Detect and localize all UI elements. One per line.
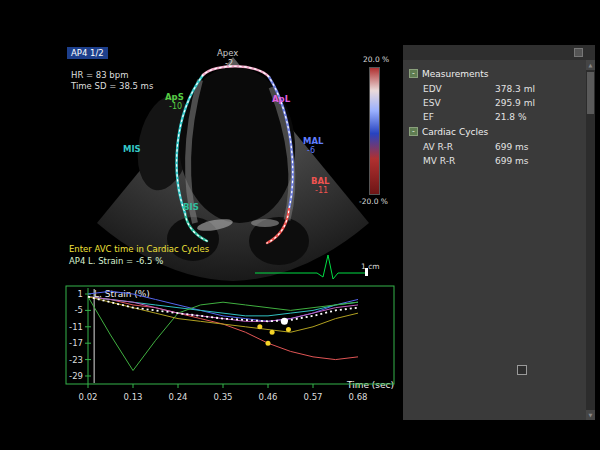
measurements-panel: - Measurements EDV 378.3 ml ESV 295.9 ml… [403,45,595,420]
strain-summary: AP4 L. Strain = -6.5 % [69,257,163,266]
segment-value-aps: -10 [169,103,182,112]
svg-text:0.57: 0.57 [304,392,323,402]
chart-title: L. Strain (%) [94,289,150,299]
scroll-down-icon[interactable]: ▼ [586,410,595,420]
measurement-label: EDV [409,84,495,94]
segment-label-bis: BIS [183,203,199,212]
heart-rate-label: HR = 83 bpm [71,71,128,80]
view-badge: AP4 1/2 [67,47,108,59]
cardiac-cycles-section-title: Cardiac Cycles [422,127,488,137]
panel-topbar [403,45,595,60]
panel-menu-button[interactable] [574,48,583,57]
segment-value-mal: -6 [307,147,315,156]
colorbar-max-label: 20.0 % [363,55,389,64]
measurement-label: MV R-R [409,156,495,166]
scroll-up-icon[interactable]: ▲ [586,60,595,70]
echo-strain-screen: AP4 1/2 HR = 83 bpm Time SD = 38.5 ms Ap… [0,0,600,450]
strain-colorbar [369,67,380,195]
segment-label-apl: ApL [272,95,290,104]
segment-label-mal: MAL [303,137,323,146]
measurement-value: 699 ms [495,142,529,152]
measurement-row-ef: EF 21.8 % [409,110,581,123]
svg-text:-23: -23 [69,355,83,365]
segment-label-mis: MIS [123,145,141,154]
ultrasound-image[interactable]: AP4 1/2 HR = 83 bpm Time SD = 38.5 ms Ap… [65,45,390,285]
collapse-icon[interactable]: - [409,69,418,78]
strain-plot-svg: L. Strain (%) Time (sec) 1-5-11-17-23-29… [64,284,400,410]
cardiac-row-av: AV R-R 699 ms [409,140,581,153]
panel-scrollbar[interactable]: ▲ ▼ [586,60,595,420]
strain-chart[interactable]: L. Strain (%) Time (sec) 1-5-11-17-23-29… [64,284,400,412]
apex-value: -2 [225,60,233,69]
svg-text:-17: -17 [69,338,83,348]
apex-label: Apex [217,49,238,58]
scrollbar-thumb[interactable] [587,72,594,114]
colorbar-min-label: -20.0 % [359,197,388,206]
option-checkbox[interactable] [517,365,527,375]
time-sd-label: Time SD = 38.5 ms [71,82,153,91]
measurement-row-esv: ESV 295.9 ml [409,96,581,109]
measurement-label: AV R-R [409,142,495,152]
segment-label-bal: BAL [311,177,329,186]
svg-text:-5: -5 [75,305,83,315]
scale-label: 1 cm [361,263,380,271]
svg-text:0.24: 0.24 [169,392,188,402]
measurement-row-edv: EDV 378.3 ml [409,82,581,95]
svg-text:0.46: 0.46 [259,392,278,402]
measurement-value: 21.8 % [495,112,526,122]
measurements-section-title: Measurements [422,69,488,79]
svg-text:0.68: 0.68 [349,392,368,402]
segment-label-aps: ApS [165,93,184,102]
status-message: Enter AVC time in Cardiac Cycles [69,245,209,254]
svg-text:-29: -29 [69,371,83,381]
measurement-value: 295.9 ml [495,98,535,108]
measurement-value: 378.3 ml [495,84,535,94]
svg-text:0.13: 0.13 [124,392,143,402]
svg-text:-11: -11 [69,322,83,332]
measurement-value: 699 ms [495,156,529,166]
cardiac-row-mv: MV R-R 699 ms [409,154,581,167]
cardiac-cycles-section-header[interactable]: - Cardiac Cycles [409,125,581,138]
svg-text:1: 1 [78,289,83,299]
measurements-section-header[interactable]: - Measurements [409,67,581,80]
collapse-icon[interactable]: - [409,127,418,136]
svg-text:0.35: 0.35 [214,392,233,402]
svg-text:0.02: 0.02 [79,392,98,402]
measurement-label: EF [409,112,495,122]
chart-xlabel: Time (sec) [346,380,394,390]
segment-value-bal: -11 [315,187,328,196]
measurement-label: ESV [409,98,495,108]
